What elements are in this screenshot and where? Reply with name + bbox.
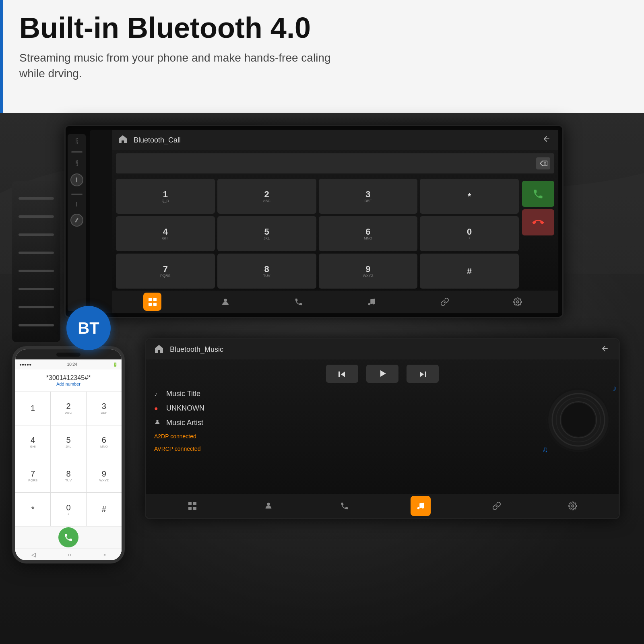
phone-key-1[interactable]: 1	[15, 392, 50, 425]
music-a2dp-status: A2DP connected	[154, 433, 196, 440]
hw-btn-1[interactable]	[71, 151, 83, 153]
dial-key-0[interactable]: 0+	[420, 216, 519, 251]
vent-strip-4	[19, 252, 54, 254]
header-section: Built-in Bluetooth 4.0 Streaming music f…	[0, 0, 644, 113]
backspace-button[interactable]	[536, 157, 550, 169]
music-home-icon[interactable]	[154, 344, 164, 355]
dial-key-9[interactable]: 9WXYZ	[319, 254, 418, 289]
svg-rect-18	[193, 502, 196, 505]
phone-key-5[interactable]: 5JKL	[51, 425, 86, 459]
music-nav-person[interactable]	[258, 496, 279, 516]
mic-label: MIC	[75, 138, 78, 144]
music-nav-link[interactable]	[487, 496, 507, 516]
phone-key-6[interactable]: 6MNO	[87, 425, 122, 459]
hw-btn-2[interactable]	[71, 194, 83, 195]
svg-point-24	[572, 505, 574, 507]
music-a2dp-row: A2DP connected	[154, 433, 538, 440]
nav-music-icon[interactable]	[363, 293, 381, 311]
svg-rect-17	[188, 502, 192, 505]
music-prev-button[interactable]	[326, 365, 358, 383]
svg-rect-3	[149, 303, 152, 306]
head-unit-main: MIC NET ⟵ Bluetooth_Call	[64, 125, 564, 318]
music-nav-phone[interactable]	[334, 496, 355, 516]
dial-key-#[interactable]: #	[420, 254, 519, 289]
vent-strip-1	[19, 197, 54, 200]
phone-key-4[interactable]: 4GHI	[15, 425, 50, 459]
net-label: NET	[75, 160, 78, 166]
nav-person-icon[interactable]	[217, 293, 235, 311]
phone-number-display: *3001#12345#* Add number	[15, 369, 122, 392]
phone-battery: 🔋	[113, 362, 118, 367]
tune-knob[interactable]	[70, 214, 83, 227]
phone-home-btn[interactable]: ○	[68, 551, 71, 558]
phone-key-9[interactable]: 9WXYZ	[87, 459, 122, 493]
dial-key-5[interactable]: 5JKL	[217, 216, 316, 251]
home-icon[interactable]	[118, 134, 128, 146]
phone-key-#[interactable]: #	[87, 493, 122, 526]
music-nav-music[interactable]	[411, 496, 431, 516]
music-next-button[interactable]	[407, 365, 439, 383]
dial-key-8[interactable]: 8TUV	[217, 254, 316, 289]
phone-key-7[interactable]: 7PQRS	[15, 459, 50, 493]
nav-grid-icon[interactable]	[143, 293, 161, 311]
svg-rect-20	[193, 507, 196, 510]
vent-strip-3	[19, 233, 54, 236]
call-end-button[interactable]	[522, 209, 554, 235]
nav-gear-icon[interactable]	[509, 293, 527, 311]
dial-key-*[interactable]: *	[420, 179, 519, 214]
music-play-button[interactable]	[366, 365, 398, 383]
music-back-icon[interactable]	[599, 344, 611, 355]
phone-key-2[interactable]: 2ABC	[51, 392, 86, 425]
volume-knob[interactable]	[70, 173, 83, 186]
phone-key-3[interactable]: 3DEF	[87, 392, 122, 425]
dialpad-grid: 1Q_D2ABC3DEF*4GHI5JKL6MNO0+7PQRS8TUV9WXY…	[116, 179, 519, 289]
dial-key-2[interactable]: 2ABC	[217, 179, 316, 214]
phone-key-*[interactable]: *	[15, 493, 50, 526]
nav-link-icon[interactable]	[436, 293, 454, 311]
svg-point-16	[561, 403, 595, 437]
vinyl-disc: ♪ ♫	[546, 388, 611, 452]
dial-key-1[interactable]: 1Q_D	[116, 179, 215, 214]
call-actions	[522, 179, 554, 289]
phone-key-0[interactable]: 0+	[51, 493, 86, 526]
dial-key-4[interactable]: 4GHI	[116, 216, 215, 251]
music-note-icon: ♪	[154, 390, 162, 398]
music-album-icon: ●	[154, 405, 162, 412]
svg-rect-10	[425, 372, 426, 377]
dial-key-3[interactable]: 3DEF	[319, 179, 418, 214]
music-nav-gear[interactable]	[563, 496, 583, 516]
bt-music-bottom-nav	[146, 494, 619, 518]
phone-call-button[interactable]	[58, 527, 78, 547]
phone-screen: ●●●●● 10:24 🔋 *3001#12345#* Add number 1…	[15, 359, 122, 560]
svg-point-11	[156, 420, 158, 422]
phone-add-number-label[interactable]: Add number	[56, 382, 80, 386]
svg-rect-19	[188, 507, 192, 510]
vent-strip-6	[19, 288, 54, 290]
nav-phone-icon[interactable]	[289, 293, 308, 311]
call-answer-button[interactable]	[522, 181, 554, 207]
vent-strip-7	[19, 306, 54, 308]
vinyl-record: ♪ ♫	[546, 388, 611, 452]
bt-music-title: Bluetooth_Music	[170, 345, 593, 354]
phone-recent-btn[interactable]: ▫	[103, 551, 105, 558]
phone-key-8[interactable]: 8TUV	[51, 459, 86, 493]
music-artist-row: Music Artist	[154, 419, 538, 427]
music-nav-grid[interactable]	[182, 496, 202, 516]
svg-rect-9	[339, 372, 340, 377]
bt-music-topbar: Bluetooth_Music	[146, 339, 619, 359]
svg-point-7	[373, 302, 375, 304]
bt-call-screen: Bluetooth_Call	[90, 130, 558, 313]
main-subtitle: Streaming music from your phone and make…	[19, 50, 628, 81]
back-label: ⟵	[75, 202, 78, 206]
phone-time: 10:24	[67, 362, 77, 367]
svg-point-6	[368, 303, 371, 305]
dialpad-display	[116, 153, 554, 173]
dial-key-7[interactable]: 7PQRS	[116, 254, 215, 289]
phone-call-btn-area	[15, 526, 122, 548]
svg-rect-2	[153, 298, 157, 301]
music-avrcp-status: AVRCP connected	[154, 446, 200, 452]
back-icon[interactable]	[541, 134, 552, 146]
phone-back-btn[interactable]: ◁	[31, 551, 36, 558]
dial-key-6[interactable]: 6MNO	[319, 216, 418, 251]
music-avrcp-row: AVRCP connected	[154, 446, 538, 452]
